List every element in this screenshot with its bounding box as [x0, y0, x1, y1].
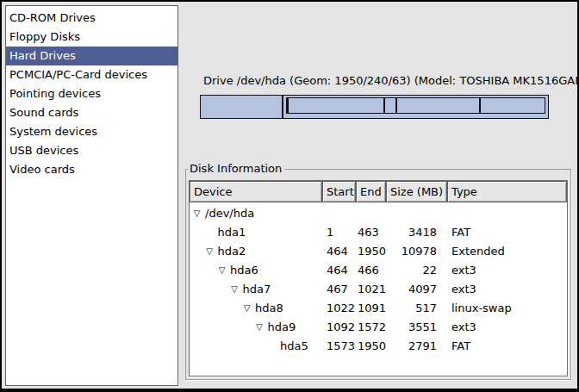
size-cell: 22 [386, 261, 447, 280]
tree-indent [190, 271, 217, 271]
drive-title: Drive /dev/hda (Geom: 1950/240/63) (Mode… [203, 74, 579, 87]
expander-icon[interactable]: ▽ [217, 261, 227, 280]
table-row-hda9[interactable]: ▽hda9109215723551ext3 [190, 318, 567, 337]
expander-icon[interactable]: ▽ [230, 280, 240, 299]
type-cell: FAT [447, 223, 567, 242]
device-cell: ▽hda6 [190, 261, 322, 280]
table-row-hda6[interactable]: ▽hda646446622ext3 [190, 261, 567, 280]
size-cell: 4097 [386, 280, 447, 299]
start-cell [322, 204, 356, 223]
partition-segment-hda8[interactable] [384, 97, 396, 114]
device-cell: ▽hda5 [190, 337, 322, 356]
end-cell: 466 [356, 261, 386, 280]
end-cell: 1091 [356, 299, 386, 318]
type-cell: FAT [447, 337, 567, 356]
partition-segment-hda2[interactable] [283, 95, 549, 119]
expander-icon[interactable]: ▽ [192, 204, 202, 223]
sidebar-item-pointing-devices[interactable]: Pointing devices [6, 84, 177, 103]
column-header-end[interactable]: End [356, 181, 386, 202]
size-cell: 10978 [386, 242, 447, 261]
table-row-hda8[interactable]: ▽hda810221091517linux-swap [190, 299, 567, 318]
sidebar-item-hard-drives[interactable]: Hard Drives [6, 47, 177, 65]
device-cell: ▽hda2 [190, 242, 322, 261]
disk-information-label: Disk Information [188, 162, 285, 175]
partition-bar [200, 95, 549, 119]
tree-indent [190, 289, 230, 290]
column-header-type[interactable]: Type [447, 181, 567, 202]
sidebar-item-usb-devices[interactable]: USB devices [6, 141, 177, 160]
start-cell: 464 [322, 242, 356, 261]
device-name: hda5 [280, 337, 308, 356]
sidebar-item-floppy-disks[interactable]: Floppy Disks [6, 28, 177, 47]
tree-indent [190, 252, 205, 252]
table-header-row: DeviceStartEndSize (MB)Type [190, 181, 567, 202]
start-cell: 1022 [322, 299, 356, 318]
hardware-browser-window: CD-ROM DrivesFloppy DisksHard DrivesPCMC… [0, 0, 579, 392]
type-cell: Extended [447, 242, 567, 261]
device-name: /dev/hda [205, 204, 254, 223]
start-cell: 467 [322, 280, 356, 299]
table-row-hda5[interactable]: ▽hda5157319502791FAT [190, 337, 567, 356]
device-category-list: CD-ROM DrivesFloppy DisksHard DrivesPCMC… [5, 5, 178, 386]
device-cell: ▽hda1 [190, 223, 322, 242]
table-row-dev-hda[interactable]: ▽/dev/hda [190, 204, 567, 223]
column-header-size-mb[interactable]: Size (MB) [386, 181, 447, 202]
column-header-start[interactable]: Start [322, 181, 356, 202]
disk-information-table: DeviceStartEndSize (MB)Type ▽/dev/hda▽hd… [189, 180, 568, 376]
device-name: hda6 [230, 261, 258, 280]
tree-indent [190, 308, 242, 309]
column-header-device[interactable]: Device [190, 181, 322, 202]
tree-indent [190, 233, 205, 233]
size-cell: 3418 [386, 223, 447, 242]
table-row-hda1[interactable]: ▽hda114633418FAT [190, 223, 567, 242]
device-name: hda8 [255, 299, 283, 318]
end-cell: 463 [356, 223, 386, 242]
end-cell: 1950 [356, 242, 386, 261]
partition-segment-hda1[interactable] [200, 95, 283, 119]
size-cell: 517 [386, 299, 447, 318]
tree-indent [190, 327, 255, 328]
end-cell: 1572 [356, 318, 386, 337]
type-cell: linux-swap [447, 299, 567, 318]
partition-segment-hda9[interactable] [396, 97, 480, 114]
device-name: hda9 [268, 318, 296, 337]
start-cell: 1092 [322, 318, 356, 337]
partition-segment-hda7[interactable] [288, 97, 384, 114]
end-cell: 1021 [356, 280, 386, 299]
device-name: hda2 [218, 242, 246, 261]
table-row-hda7[interactable]: ▽hda746710214097ext3 [190, 280, 567, 299]
end-cell [356, 204, 386, 223]
size-cell: 3551 [386, 318, 447, 337]
device-cell: ▽hda9 [190, 318, 322, 337]
device-name: hda1 [218, 223, 246, 242]
device-cell: ▽/dev/hda [190, 204, 322, 223]
type-cell [447, 204, 567, 223]
type-cell: ext3 [447, 280, 567, 299]
sidebar-item-cd-rom-drives[interactable]: CD-ROM Drives [6, 9, 177, 28]
sidebar-item-pcmcia-pc-card-devices[interactable]: PCMCIA/PC-Card devices [6, 65, 177, 84]
end-cell: 1950 [356, 337, 386, 356]
device-name: hda7 [243, 280, 271, 299]
device-cell: ▽hda7 [190, 280, 322, 299]
expander-icon[interactable]: ▽ [242, 299, 252, 318]
size-cell: 2791 [386, 337, 447, 356]
device-cell: ▽hda8 [190, 299, 322, 318]
extended-partition-area [286, 97, 545, 114]
expander-icon[interactable]: ▽ [205, 242, 215, 261]
start-cell: 464 [322, 261, 356, 280]
sidebar-item-system-devices[interactable]: System devices [6, 122, 177, 141]
window-content: CD-ROM DrivesFloppy DisksHard DrivesPCMC… [2, 2, 577, 389]
partition-segment-hda5[interactable] [480, 97, 545, 114]
sidebar-item-video-cards[interactable]: Video cards [6, 160, 177, 179]
start-cell: 1 [322, 223, 356, 242]
tree-indent [190, 346, 267, 347]
disk-information-groupbox: Disk Information DeviceStartEndSize (MB)… [185, 169, 571, 380]
table-row-hda2[interactable]: ▽hda2464195010978Extended [190, 242, 567, 261]
start-cell: 1573 [322, 337, 356, 356]
sidebar-item-sound-cards[interactable]: Sound cards [6, 103, 177, 122]
type-cell: ext3 [447, 261, 567, 280]
type-cell: ext3 [447, 318, 567, 337]
expander-icon[interactable]: ▽ [255, 318, 265, 337]
size-cell [386, 204, 447, 223]
table-body: ▽/dev/hda▽hda114633418FAT▽hda24641950109… [190, 204, 567, 356]
